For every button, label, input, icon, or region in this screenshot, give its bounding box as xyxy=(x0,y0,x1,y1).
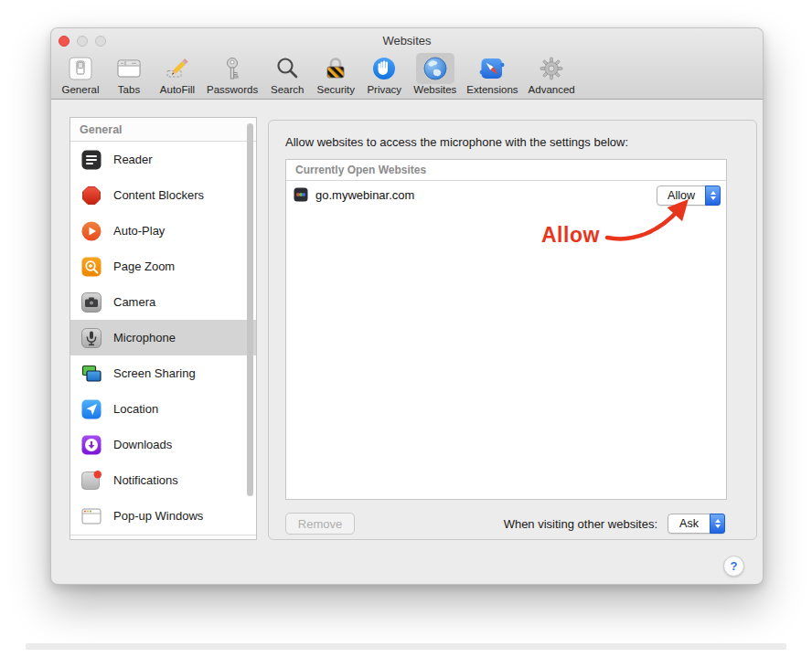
stepper-down-icon xyxy=(710,196,716,200)
titlebar-toolbar-chrome: Websites General xyxy=(51,28,763,100)
sidebar-item-label: Screen Sharing xyxy=(113,366,196,380)
globe-icon xyxy=(416,53,454,84)
microphone-settings-panel: Allow websites to access the microphone … xyxy=(268,120,757,540)
stepper-icon xyxy=(705,185,721,206)
toolbar-label: Passwords xyxy=(207,84,258,95)
toolbar-item-tabs[interactable]: Tabs xyxy=(108,53,150,95)
sidebar-item-location[interactable]: Location xyxy=(70,391,256,427)
sidebar-item-label: Location xyxy=(113,402,158,416)
notification-badge-icon xyxy=(80,470,102,492)
sidebar-section-plug-ins: Plug-ins xyxy=(70,535,256,540)
toolbar-item-security[interactable]: Security xyxy=(315,53,357,95)
toolbar-item-general[interactable]: General xyxy=(59,53,102,95)
stepper-down-icon xyxy=(715,525,721,528)
sidebar-item-downloads[interactable]: Downloads xyxy=(70,427,256,462)
stepper-up-icon xyxy=(715,519,721,523)
sidebar-item-label: Reader xyxy=(113,153,153,166)
toolbar-item-privacy[interactable]: Privacy xyxy=(363,53,405,95)
remove-button[interactable]: Remove xyxy=(285,513,355,535)
page-bottom-edge xyxy=(26,643,786,650)
other-websites-value: Ask xyxy=(668,514,710,533)
hand-icon xyxy=(365,53,403,84)
sidebar-item-notifications[interactable]: Notifications xyxy=(70,462,256,498)
sidebar-item-content-blockers[interactable]: Content Blockers xyxy=(70,177,256,213)
sidebar-section-general: General xyxy=(70,118,256,142)
sidebar-item-label: Camera xyxy=(113,295,155,309)
toolbar-item-websites[interactable]: Websites xyxy=(411,53,458,95)
sidebar-item-label: Page Zoom xyxy=(113,260,175,273)
sidebar-scrollbar[interactable] xyxy=(247,123,253,496)
toolbar-item-search[interactable]: Search xyxy=(266,53,308,95)
magnifier-icon xyxy=(268,53,306,84)
key-icon xyxy=(213,53,251,84)
toolbar-label: Websites xyxy=(413,84,456,95)
gear-icon xyxy=(532,53,571,84)
sidebar-item-screen-sharing[interactable]: Screen Sharing xyxy=(70,355,256,391)
safari-preferences-window: Websites General xyxy=(50,27,764,585)
play-icon xyxy=(80,220,102,242)
toolbar-label: Privacy xyxy=(367,84,401,95)
table-header: Currently Open Websites xyxy=(286,160,726,181)
reader-icon xyxy=(80,149,102,171)
instruction-text: Allow websites to access the microphone … xyxy=(285,135,628,149)
toolbar-label: Extensions xyxy=(466,84,518,95)
toolbar-item-advanced[interactable]: Advanced xyxy=(527,53,577,95)
zoom-icon xyxy=(80,256,102,278)
websites-sidebar: General Reader Content Blockers xyxy=(69,117,257,540)
help-button[interactable]: ? xyxy=(723,556,744,577)
pencil-icon xyxy=(158,53,197,84)
navigation-arrow-icon xyxy=(80,398,102,420)
tabs-icon xyxy=(110,53,148,84)
puzzle-compass-icon xyxy=(473,53,511,84)
microphone-icon xyxy=(80,327,102,349)
sidebar-item-auto-play[interactable]: Auto-Play xyxy=(70,213,256,249)
site-name: go.mywebinar.com xyxy=(315,188,414,202)
toolbar-label: Security xyxy=(316,84,355,95)
preferences-toolbar: General Tabs xyxy=(56,53,759,99)
annotation-arrow xyxy=(604,199,700,247)
sidebar-item-camera[interactable]: Camera xyxy=(70,284,256,320)
other-websites-label: When visiting other websites: xyxy=(504,517,657,531)
window-title: Websites xyxy=(51,34,763,48)
sidebar-item-microphone[interactable]: Microphone xyxy=(70,320,256,355)
camera-icon xyxy=(80,291,102,313)
sidebar-item-reader[interactable]: Reader xyxy=(70,142,256,177)
toolbar-label: General xyxy=(62,84,100,95)
sidebar-item-label: Downloads xyxy=(113,438,172,451)
sidebar-item-page-zoom[interactable]: Page Zoom xyxy=(70,249,256,284)
sidebar-item-label: Pop-up Windows xyxy=(113,509,203,523)
sidebar-item-label: Microphone xyxy=(113,331,176,344)
screens-icon xyxy=(80,363,102,385)
site-favicon xyxy=(294,187,308,202)
toolbar-label: AutoFill xyxy=(160,84,195,95)
stepper-icon xyxy=(710,514,725,534)
popup-window-icon xyxy=(80,505,102,527)
sidebar-item-label: Content Blockers xyxy=(113,188,204,202)
other-websites-dropdown[interactable]: Ask xyxy=(668,514,725,534)
toolbar-label: Advanced xyxy=(529,84,575,95)
toolbar-item-autofill[interactable]: AutoFill xyxy=(156,53,198,95)
sidebar-item-label: Auto-Play xyxy=(113,224,165,238)
lock-icon xyxy=(316,53,355,84)
toolbar-item-passwords[interactable]: Passwords xyxy=(205,53,260,95)
stepper-up-icon xyxy=(710,191,716,195)
stop-sign-icon xyxy=(80,185,102,207)
download-icon xyxy=(80,434,102,456)
toolbar-item-extensions[interactable]: Extensions xyxy=(465,53,519,95)
sidebar-item-pop-up-windows[interactable]: Pop-up Windows xyxy=(70,498,256,534)
toolbar-label: Search xyxy=(271,84,304,95)
annotation-allow-label: Allow xyxy=(541,223,600,248)
sidebar-item-label: Notifications xyxy=(113,473,178,487)
toolbar-label: Tabs xyxy=(118,84,140,95)
switch-icon xyxy=(61,53,100,84)
